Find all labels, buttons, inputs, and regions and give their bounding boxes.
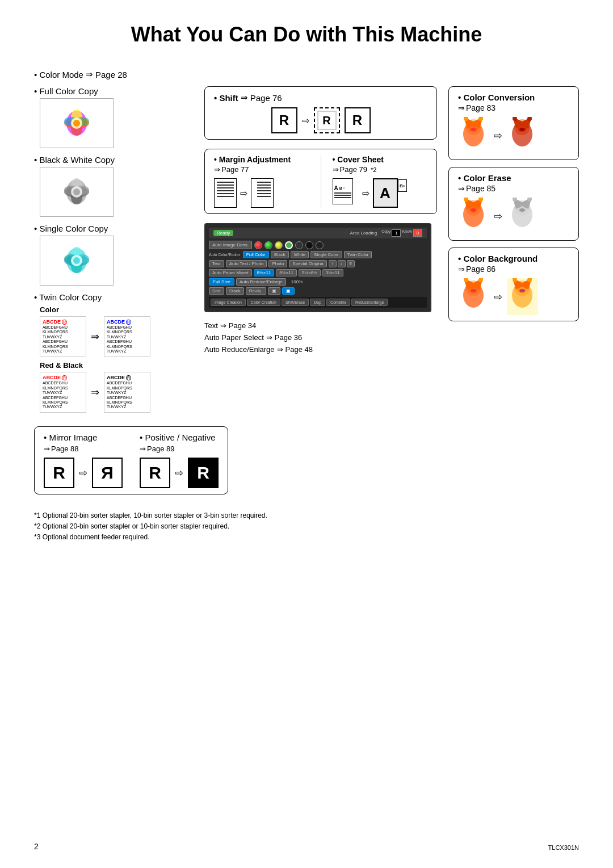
footnote-2: *2 Optional 20-bin sorter stapler or 10-… [34,521,579,532]
abcde-black-1: ABCDE [107,375,125,380]
color-erase-box: • Color Erase ⇒ Page 85 [448,167,579,241]
ui-btn-photo[interactable]: Photo [268,260,287,267]
ui-auto-image-btn[interactable]: Auto Image Dens. [209,241,252,249]
abcde-red-1: ABCDE [43,319,61,325]
ui-btn-black[interactable]: Black [271,251,289,258]
auto-reduce-label-row: Auto Reduce/Enlarge ⇒ Page 48 [204,345,437,354]
text-label-row: Text ⇒ Page 34 [204,321,437,330]
full-color-section: • Full Color Copy [34,86,182,148]
text-lines-4: ABCDEFGHUKLMNOPQRSTUVWKYZABCDEFGHUKLMNOP… [107,381,148,409]
ui-circle-yellow [275,241,283,249]
svg-point-15 [73,188,80,195]
copyright-icon-3: R [62,375,67,380]
svg-point-38 [519,128,525,131]
r-box-normal: R [271,107,297,133]
ui-panel: Ready Area Loading Copy 1 Know 0 [204,223,431,312]
text-arrow: ⇒ [220,321,226,330]
ui-btn-paper-size-1[interactable]: 8½×11 [254,269,275,276]
ui-btn-auto-reduce[interactable]: Auto Reduce/Enlarge [236,278,286,286]
r-box-offset: R [345,107,371,133]
r-positive: R [140,458,170,488]
ui-btn-full-color[interactable]: Full Color [243,251,269,258]
margin-page-row: ⇒ Page 77 [214,165,309,174]
footnote-3: *3 Optional document feeder required. [34,532,579,543]
margin-cover-box: • Margin Adjustment ⇒ Page 77 [204,149,437,214]
color-background-box: • Color Background ⇒ Page 86 [448,248,579,321]
ui-btn-sort[interactable]: Sort [209,287,224,295]
margin-doc-before [214,178,237,208]
ui-btn-box1[interactable]: ▣ [268,287,280,295]
shift-images-row: R ⇨ R R [214,107,427,133]
mirror-page: Page 88 [51,445,78,453]
ui-circle-active [285,241,293,249]
ui-btn-auto-photo[interactable]: Auto Text / Photo [226,260,267,267]
ui-btn-paper-size-2[interactable]: 8½×11 [276,269,297,276]
ui-btn-twin-color[interactable]: Twin Color [344,251,372,258]
auto-reduce-label: Auto Reduce/Enlarge [204,345,275,354]
ui-btn-full-size[interactable]: Full Size [209,278,234,286]
mirror-arr: ⇨ [79,467,87,479]
single-color-label: • Single Color Copy [34,224,182,233]
ui-tab-image-creation[interactable]: Image Creation [211,299,246,306]
ui-btn-text[interactable]: Text [209,260,224,267]
twin-color-color-row: ABCDE R ABCDEFGHUKLMNOPQRSTUVWXYZABCDEFG… [40,316,182,357]
ui-tab-color-creation[interactable]: Color Creation [247,299,280,306]
auto-reduce-page: Page 48 [285,345,313,354]
color-conversion-title: • Color Conversion [458,93,569,102]
ui-tab-shift-erase[interactable]: Shift/Erase [282,299,309,306]
text-page: Page 34 [229,321,256,330]
svg-point-47 [471,208,476,212]
ui-btn-single-color[interactable]: Single Color [310,251,342,258]
ui-tab-dup[interactable]: Dup [310,299,325,306]
color-conversion-images: ⇨ [458,117,569,154]
positive-page-row: ⇒ Page 89 [140,445,219,453]
color-mode-bullet: • Color Mode [34,70,83,79]
ui-btn-special[interactable]: Special Origina [289,260,326,267]
feature-labels: Text ⇒ Page 34 Auto Paper Select ⇒ Page … [204,321,437,354]
svg-point-65 [471,289,476,292]
cover-arrow: ⇒ [333,165,339,174]
ui-bottom-tabs: Image Creation Color Creation Shift/Eras… [209,297,427,308]
ui-tab-combine[interactable]: Combine [326,299,350,306]
ui-circle-green [264,241,272,249]
ui-btn-paper-size-3[interactable]: 5½×8½ [299,269,321,276]
ui-btn-reduce[interactable]: Re-du. [246,287,266,295]
ui-ctrl-1[interactable]: ↑ [329,260,337,267]
arrow-2: ⇒ [91,386,99,399]
cbg-arrow: ⇨ [494,291,502,303]
ui-btn-paper-size-4[interactable]: 3½×11 [322,269,343,276]
page-title: What You Can Do with This Machine [34,23,579,47]
auto-paper-page: Page 36 [275,333,302,342]
color-conversion-page-row: ⇒ Page 83 [458,103,569,112]
text-lines-1: ABCDEFGHUKLMNOPQRSTUVWXYZABCDEFGHUKLMNOP… [43,325,83,354]
ui-btn-box2[interactable]: ▣ [282,287,295,295]
positive-arrow: ⇒ [140,445,146,453]
center-features: • Shift ⇒ Page 76 R ⇨ R R [182,86,448,417]
ui-btn-white[interactable]: White [291,251,309,258]
ui-panel-right: Area Loading Copy 1 Know 0 [350,229,422,237]
clown-erase-before-svg [458,198,489,234]
text-label: Text [204,321,218,330]
ui-ctrl-3[interactable]: ≡ [347,260,355,267]
ui-btn-paper-mixed[interactable]: Auto Paper Mixed [209,269,252,276]
mirror-section: • Mirror Image ⇒ Page 88 R ⇨ R [44,433,123,488]
bw-copy-label: • Black & White Copy [34,155,182,165]
ui-copy-label: Copy [381,229,391,237]
margin-doc-after [251,178,274,208]
ui-btn-stack[interactable]: Stack [226,287,244,295]
ui-tab-reduce-enlarge[interactable]: Reduce/Enlarge [351,299,388,306]
shift-title-row: • Shift ⇒ Page 76 [214,93,427,103]
single-color-image-box [40,236,114,286]
ui-counter-2: 0 [413,229,422,237]
ui-ctrl-2[interactable]: ↓ [338,260,346,267]
svg-point-23 [73,257,80,264]
ui-row-1: Auto Image Dens. [209,241,427,249]
color-mode-header: • Color Mode ⇒ Page 28 [34,69,579,79]
copyright-icon-1: R [62,320,67,325]
pos-arr: ⇨ [175,467,183,479]
doc-code: TLCX301N [548,844,579,851]
ui-value-100: 100% [291,279,303,284]
ui-auto-color-label: Auto Color/Ecolor [209,253,240,257]
ui-circle-dark3 [316,241,324,249]
arrow-1: ⇒ [91,330,99,343]
